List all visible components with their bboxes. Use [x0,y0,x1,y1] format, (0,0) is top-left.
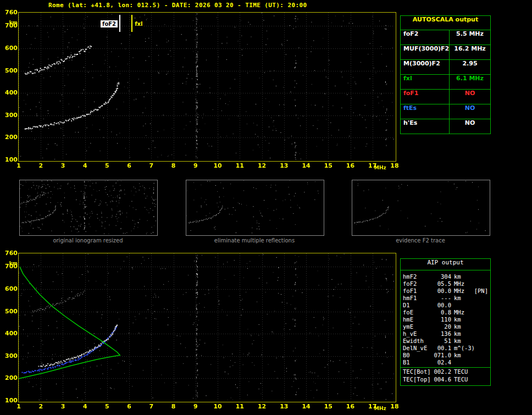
aip-row: TEC[Top]004.6TECU [401,376,490,383]
autoscala-row: foF25.5 MHz [401,30,490,45]
aip-row: ymE20km [401,323,490,330]
aip-param-extra: [PN] [473,287,488,295]
aip-param-unit: km [451,330,473,337]
aip-param-label: D1 [403,302,434,309]
aip-row: h_vE136km [401,330,490,337]
x-tick-label: 16 [344,162,357,169]
y-tick-label: 700 [3,22,18,29]
x-tick-label: 16 [344,403,357,410]
aip-param-value: 002.2 [434,368,451,376]
aip-param-unit: MHz [451,280,473,287]
y-tick-label: 200 [3,374,18,381]
y-tick-label: 760 [3,250,18,257]
autoscala-table-rows: foF25.5 MHzMUF(3000)F216.2 MHzM(3000)F22… [401,30,490,134]
x-tick-label: 18 [388,162,401,169]
x-tick-label: 12 [256,403,269,410]
aip-param-label: hmF1 [403,295,434,302]
x-tick-label: 13 [278,403,291,410]
x-tick-label: 7 [145,403,158,410]
x-tick-label: 9 [189,403,202,410]
aip-param-unit [451,359,473,366]
thumbnail-caption-original: original ionogram resized [19,237,157,244]
y-tick-label: 700 [3,263,18,270]
aip-param-label: ymE [403,323,434,330]
aip-param-extra [473,345,488,352]
aip-param-value: 004.6 [434,376,451,383]
aip-table-rows: hmF2304kmfoF205.5MHzfoF100.0MHz[PN]hmF1-… [401,273,490,383]
aip-param-unit: TECU [451,376,473,383]
aip-row: DelN_vE00.1m^(-3) [401,345,490,352]
aip-param-extra [473,302,488,309]
y-tick-label: 400 [3,330,18,337]
y-tick-label: 600 [3,285,18,292]
ionogram-profile-panel [18,253,396,402]
x-tick-label: 17 [366,403,379,410]
y-tick-label: 500 [3,67,18,74]
x-tick-label: 14 [300,403,313,410]
aip-row: foF100.0MHz[PN] [401,287,490,295]
aip-param-extra [473,376,488,383]
x-axis-unit: MHz [374,406,386,411]
aip-row: D100.0 [401,302,490,309]
x-tick-label: 8 [167,162,180,169]
thumbnail-original-ionogram [19,180,158,236]
x-tick-label: 13 [278,162,291,169]
aip-param-value: 136 [434,330,451,337]
ionogram-profile-canvas [19,253,395,401]
autoscala-param-label: M(3000)F2 [401,60,450,74]
aip-row: Ewidth51km [401,337,490,345]
aip-output-table: AIP output hmF2304kmfoF205.5MHzfoF100.0M… [400,258,491,386]
aip-row: B0071.0km [401,352,490,359]
aip-param-extra [473,330,488,337]
x-tick-label: 5 [101,403,114,410]
aip-param-label: TEC[Top] [403,376,434,383]
x-tick-label: 12 [256,162,269,169]
aip-param-unit [451,302,473,309]
x-tick-label: 3 [56,162,69,169]
aip-row: hmF1---km [401,295,490,302]
autoscala-row: ftEsNO [401,104,490,119]
aip-param-label: foF2 [403,280,434,287]
autoscala-row: M(3000)F22.95 [401,60,490,75]
aip-param-label: foF1 [403,287,434,295]
aip-param-label: DelN_vE [403,345,434,352]
x-tick-label: 17 [366,162,379,169]
x-tick-label: 1 [12,403,25,410]
aip-param-label: Ewidth [403,337,434,345]
x-tick-label: 6 [123,403,136,410]
autoscala-param-value: 5.5 MHz [450,30,490,45]
aip-row: TEC[Bot]002.2TECU [401,367,490,376]
aip-param-extra [473,323,488,330]
aip-param-value: 0.8 [434,309,451,316]
aip-param-extra [473,359,488,366]
x-tick-label: 15 [322,403,335,410]
aip-param-unit: km [451,295,473,302]
aip-param-label: hmF2 [403,273,434,280]
aip-param-extra [473,316,488,323]
aip-param-extra [473,352,488,359]
autoscala-param-value: NO [450,90,490,104]
thumbnail-no-multiples-canvas [186,180,323,234]
autoscala-param-label: ftEs [401,104,450,119]
y-tick-label: 100 [3,397,18,404]
aip-param-value: 51 [434,337,451,345]
y-tick-label: 300 [3,352,18,359]
autoscala-param-label: h'Es [401,119,450,134]
aip-param-label: hmE [403,316,434,323]
aip-param-unit: km [451,316,473,323]
aip-param-label: h_vE [403,330,434,337]
autoscala-param-label: foF1 [401,90,450,104]
aip-param-extra [473,337,488,345]
aip-param-extra [473,309,488,316]
aip-param-extra [473,280,488,287]
aip-param-value: 304 [434,273,451,280]
x-tick-label: 5 [101,162,114,169]
x-tick-label: 2 [34,403,47,410]
aip-param-value: 05.5 [434,280,451,287]
autoscala-param-label: foF2 [401,30,450,45]
page-title: Rome (lat: +41.8, lon: 012.5) - DATE: 20… [48,2,307,9]
autoscala-table-title: AUTOSCALA output [401,16,490,30]
aip-param-value: 071.0 [434,352,451,359]
aip-param-unit: m^(-3) [451,345,473,352]
x-tick-label: 6 [123,162,136,169]
